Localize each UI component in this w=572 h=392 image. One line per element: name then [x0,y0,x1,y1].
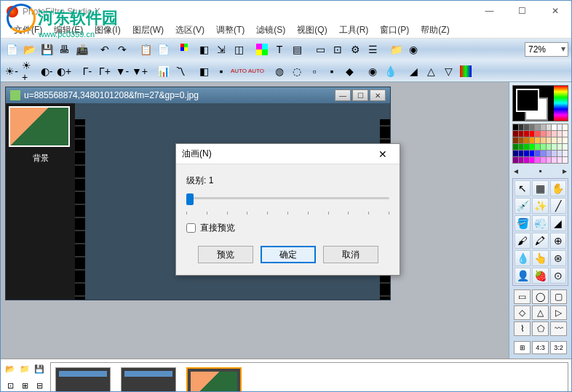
text-icon[interactable]: T [271,41,287,57]
select-icon[interactable]: ▭ [312,41,328,57]
dialog-close-button[interactable]: ✕ [372,148,394,160]
layer-label[interactable]: 背景 [9,150,72,167]
palette-swatch[interactable] [535,151,540,156]
menu-selection[interactable]: 选区(V) [171,23,209,38]
eraser-tool[interactable]: ◢ [550,215,566,231]
levels-icon[interactable]: 〽 [172,63,188,79]
palette-swatch[interactable] [557,124,563,130]
ratio-32[interactable]: 3:2 [550,341,567,354]
palette-swatch[interactable] [563,137,568,143]
smudge-tool[interactable]: 👆 [532,250,548,266]
palette-swatch[interactable] [513,157,518,163]
lasso-shape[interactable]: ⌇ [514,321,531,336]
palette-swatch[interactable] [535,131,540,137]
deform-tool[interactable]: ⊙ [550,268,566,284]
layer-thumbnail[interactable] [9,106,70,147]
preview-checkbox[interactable]: 直接预览 [186,222,389,234]
palette-swatch[interactable] [519,131,524,137]
paste-icon[interactable]: 📄 [155,41,171,57]
palette-swatch[interactable] [557,151,563,156]
ratio-grid[interactable]: ⊞ [514,341,531,354]
palette-swatch[interactable] [535,144,540,150]
dialog-titlebar[interactable]: 油画(N) ✕ [176,144,400,164]
redo-icon[interactable]: ↷ [114,41,130,57]
retouch-tool[interactable]: 👤 [515,268,531,284]
mode-icon[interactable]: ◧ [196,41,212,57]
transform-icon[interactable]: ⊡ [330,41,346,57]
bright-minus-icon[interactable]: ☀- [4,63,20,79]
blur-tool[interactable]: 💧 [515,250,531,266]
menu-file[interactable]: 文件(F) [9,23,47,38]
drop-icon[interactable]: 💧 [382,63,398,79]
brush-tool[interactable]: 🖌 [515,233,531,249]
palette-swatch[interactable] [563,124,568,130]
palette-swatch[interactable] [541,151,546,156]
maximize-button[interactable]: ☐ [506,1,539,21]
move-tool[interactable]: ✋ [550,180,566,196]
foreground-color[interactable] [516,89,539,112]
eyedropper-tool[interactable]: 💉 [515,198,531,214]
color-icon[interactable] [254,41,270,57]
rgb-icon[interactable] [178,41,194,57]
poly-shape[interactable]: ⬠ [532,321,549,336]
palette-swatch[interactable] [547,157,552,163]
menu-layer[interactable]: 图层(W) [128,23,168,38]
thumbnail-item[interactable]: 2017-11-24... [121,367,178,392]
palette-swatch[interactable] [552,144,557,150]
color-palette[interactable] [512,124,568,164]
palette-swatch[interactable] [513,137,518,143]
advbrush-tool[interactable]: 🖍 [532,233,548,249]
palette-swatch[interactable] [563,131,568,137]
resize-icon[interactable]: ⇲ [213,41,229,57]
palette-swatch[interactable] [557,144,563,150]
zoom-combo[interactable]: 72% [525,42,568,57]
soften-icon[interactable]: ◌ [289,63,305,79]
palette-swatch[interactable] [547,144,552,150]
pointer-tool[interactable]: ↖ [515,180,531,196]
palette-swatch[interactable] [552,151,557,156]
rect-shape[interactable]: ▭ [514,289,531,304]
palette-swatch[interactable] [524,151,529,156]
triangle2-shape[interactable]: ▷ [550,305,567,320]
sat-minus-icon[interactable]: ▼- [114,63,130,79]
palette-swatch[interactable] [547,151,552,156]
palette-swatch[interactable] [535,124,540,130]
menu-view[interactable]: 视图(Q) [293,23,331,38]
scan-icon[interactable]: 📠 [74,41,90,57]
palette-swatch[interactable] [547,137,552,143]
grad3-icon[interactable]: ▽ [440,63,456,79]
palette-swatch[interactable] [530,144,535,150]
palette-swatch[interactable] [524,131,529,137]
sharpen-icon[interactable]: ▪ [324,63,340,79]
palette-swatch[interactable] [513,151,518,156]
undo-icon[interactable]: ↶ [97,41,113,57]
line-tool[interactable]: ╱ [550,198,566,214]
palette-swatch[interactable] [552,124,557,130]
menu-tools[interactable]: 工具(R) [335,23,373,38]
copy-icon[interactable]: 📋 [138,41,154,57]
palette-swatch[interactable] [552,157,557,163]
palette-swatch[interactable] [535,137,540,143]
doc-close-button[interactable]: ✕ [370,89,386,101]
layers-icon[interactable]: ▤ [289,41,305,57]
strip-sel1-icon[interactable]: ⊡ [4,380,17,392]
thumbnail-item[interactable]: 2017-11-24... [55,367,112,392]
slider-thumb[interactable] [186,193,194,205]
selection-tool[interactable]: ▦ [532,180,548,196]
palette-swatch[interactable] [535,157,540,163]
minimize-button[interactable]: — [473,1,506,21]
ellipse-shape[interactable]: ◯ [532,289,549,304]
rounded-shape[interactable]: ▢ [550,289,567,304]
gamma-minus-icon[interactable]: Γ- [79,63,95,79]
doc-maximize-button[interactable]: ☐ [352,89,368,101]
palette-swatch[interactable] [524,157,529,163]
relief-icon[interactable]: ◆ [341,63,357,79]
color-spectrum[interactable] [554,86,568,121]
sat-plus-icon[interactable]: ▼+ [132,63,148,79]
cancel-button[interactable]: 取消 [323,246,378,263]
document-titlebar[interactable]: u=885568874,3480101208&fm=27&gp=0.jpg — … [6,87,390,103]
blur-icon[interactable]: ▫ [306,63,322,79]
crop-icon[interactable]: ◫ [231,41,247,57]
menu-adjust[interactable]: 调整(T) [212,23,249,38]
palette-swatch[interactable] [519,137,524,143]
